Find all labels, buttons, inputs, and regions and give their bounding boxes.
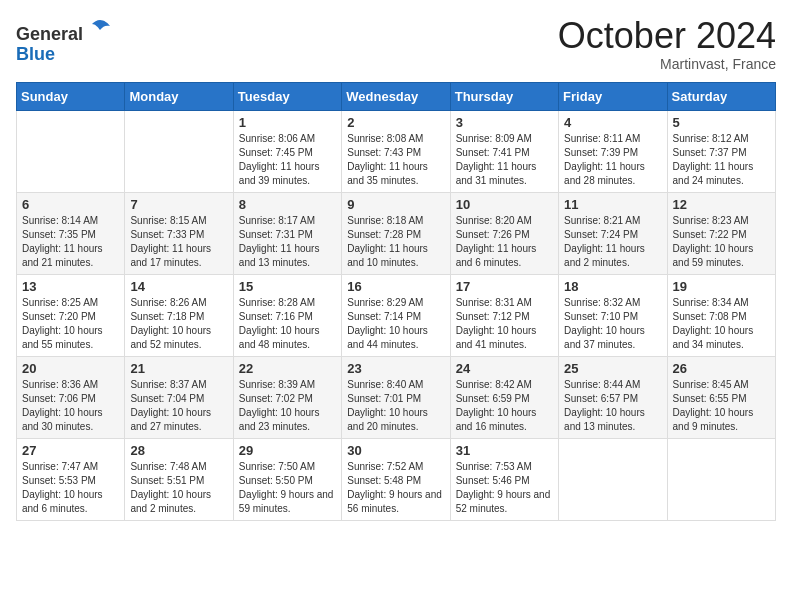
calendar-cell: 27Sunrise: 7:47 AMSunset: 5:53 PMDayligh… <box>17 438 125 520</box>
day-header-thursday: Thursday <box>450 82 558 110</box>
calendar-cell <box>17 110 125 192</box>
calendar-cell <box>559 438 667 520</box>
day-info: Sunrise: 8:32 AMSunset: 7:10 PMDaylight:… <box>564 296 661 352</box>
calendar-cell: 20Sunrise: 8:36 AMSunset: 7:06 PMDayligh… <box>17 356 125 438</box>
day-header-monday: Monday <box>125 82 233 110</box>
day-info: Sunrise: 8:45 AMSunset: 6:55 PMDaylight:… <box>673 378 770 434</box>
calendar-cell: 4Sunrise: 8:11 AMSunset: 7:39 PMDaylight… <box>559 110 667 192</box>
calendar-table: SundayMondayTuesdayWednesdayThursdayFrid… <box>16 82 776 521</box>
day-number: 12 <box>673 197 770 212</box>
calendar-cell: 9Sunrise: 8:18 AMSunset: 7:28 PMDaylight… <box>342 192 450 274</box>
day-header-tuesday: Tuesday <box>233 82 341 110</box>
logo-bird-icon <box>88 26 112 43</box>
day-number: 28 <box>130 443 227 458</box>
day-info: Sunrise: 7:50 AMSunset: 5:50 PMDaylight:… <box>239 460 336 516</box>
calendar-cell: 21Sunrise: 8:37 AMSunset: 7:04 PMDayligh… <box>125 356 233 438</box>
day-number: 22 <box>239 361 336 376</box>
calendar-week-3: 13Sunrise: 8:25 AMSunset: 7:20 PMDayligh… <box>17 274 776 356</box>
day-info: Sunrise: 8:21 AMSunset: 7:24 PMDaylight:… <box>564 214 661 270</box>
calendar-cell: 2Sunrise: 8:08 AMSunset: 7:43 PMDaylight… <box>342 110 450 192</box>
month-title: October 2024 <box>558 16 776 56</box>
calendar-cell: 31Sunrise: 7:53 AMSunset: 5:46 PMDayligh… <box>450 438 558 520</box>
day-number: 3 <box>456 115 553 130</box>
calendar-cell: 25Sunrise: 8:44 AMSunset: 6:57 PMDayligh… <box>559 356 667 438</box>
day-number: 30 <box>347 443 444 458</box>
calendar-cell: 18Sunrise: 8:32 AMSunset: 7:10 PMDayligh… <box>559 274 667 356</box>
day-number: 24 <box>456 361 553 376</box>
calendar-cell <box>667 438 775 520</box>
calendar-week-2: 6Sunrise: 8:14 AMSunset: 7:35 PMDaylight… <box>17 192 776 274</box>
calendar-cell: 10Sunrise: 8:20 AMSunset: 7:26 PMDayligh… <box>450 192 558 274</box>
calendar-cell: 11Sunrise: 8:21 AMSunset: 7:24 PMDayligh… <box>559 192 667 274</box>
day-number: 10 <box>456 197 553 212</box>
calendar-cell: 24Sunrise: 8:42 AMSunset: 6:59 PMDayligh… <box>450 356 558 438</box>
day-number: 9 <box>347 197 444 212</box>
calendar-cell: 7Sunrise: 8:15 AMSunset: 7:33 PMDaylight… <box>125 192 233 274</box>
day-header-wednesday: Wednesday <box>342 82 450 110</box>
calendar-cell: 28Sunrise: 7:48 AMSunset: 5:51 PMDayligh… <box>125 438 233 520</box>
day-info: Sunrise: 8:20 AMSunset: 7:26 PMDaylight:… <box>456 214 553 270</box>
day-number: 25 <box>564 361 661 376</box>
day-number: 5 <box>673 115 770 130</box>
day-info: Sunrise: 7:48 AMSunset: 5:51 PMDaylight:… <box>130 460 227 516</box>
day-info: Sunrise: 8:06 AMSunset: 7:45 PMDaylight:… <box>239 132 336 188</box>
calendar-cell: 3Sunrise: 8:09 AMSunset: 7:41 PMDaylight… <box>450 110 558 192</box>
calendar-cell: 14Sunrise: 8:26 AMSunset: 7:18 PMDayligh… <box>125 274 233 356</box>
day-info: Sunrise: 8:14 AMSunset: 7:35 PMDaylight:… <box>22 214 119 270</box>
day-info: Sunrise: 8:09 AMSunset: 7:41 PMDaylight:… <box>456 132 553 188</box>
calendar-cell: 15Sunrise: 8:28 AMSunset: 7:16 PMDayligh… <box>233 274 341 356</box>
day-number: 29 <box>239 443 336 458</box>
day-info: Sunrise: 8:44 AMSunset: 6:57 PMDaylight:… <box>564 378 661 434</box>
day-header-saturday: Saturday <box>667 82 775 110</box>
day-info: Sunrise: 8:15 AMSunset: 7:33 PMDaylight:… <box>130 214 227 270</box>
calendar-cell: 17Sunrise: 8:31 AMSunset: 7:12 PMDayligh… <box>450 274 558 356</box>
calendar-cell: 1Sunrise: 8:06 AMSunset: 7:45 PMDaylight… <box>233 110 341 192</box>
day-info: Sunrise: 8:42 AMSunset: 6:59 PMDaylight:… <box>456 378 553 434</box>
calendar-cell: 12Sunrise: 8:23 AMSunset: 7:22 PMDayligh… <box>667 192 775 274</box>
day-info: Sunrise: 8:17 AMSunset: 7:31 PMDaylight:… <box>239 214 336 270</box>
calendar-cell: 16Sunrise: 8:29 AMSunset: 7:14 PMDayligh… <box>342 274 450 356</box>
day-number: 6 <box>22 197 119 212</box>
day-info: Sunrise: 8:12 AMSunset: 7:37 PMDaylight:… <box>673 132 770 188</box>
day-header-friday: Friday <box>559 82 667 110</box>
day-number: 27 <box>22 443 119 458</box>
day-info: Sunrise: 7:53 AMSunset: 5:46 PMDaylight:… <box>456 460 553 516</box>
day-info: Sunrise: 8:36 AMSunset: 7:06 PMDaylight:… <box>22 378 119 434</box>
logo-line1: General <box>16 16 112 45</box>
day-number: 11 <box>564 197 661 212</box>
calendar-cell <box>125 110 233 192</box>
day-info: Sunrise: 8:29 AMSunset: 7:14 PMDaylight:… <box>347 296 444 352</box>
day-info: Sunrise: 8:34 AMSunset: 7:08 PMDaylight:… <box>673 296 770 352</box>
day-info: Sunrise: 8:26 AMSunset: 7:18 PMDaylight:… <box>130 296 227 352</box>
calendar-week-1: 1Sunrise: 8:06 AMSunset: 7:45 PMDaylight… <box>17 110 776 192</box>
day-number: 7 <box>130 197 227 212</box>
day-number: 31 <box>456 443 553 458</box>
title-area: October 2024 Martinvast, France <box>558 16 776 72</box>
calendar-cell: 19Sunrise: 8:34 AMSunset: 7:08 PMDayligh… <box>667 274 775 356</box>
day-number: 17 <box>456 279 553 294</box>
day-number: 18 <box>564 279 661 294</box>
day-number: 20 <box>22 361 119 376</box>
calendar-cell: 23Sunrise: 8:40 AMSunset: 7:01 PMDayligh… <box>342 356 450 438</box>
calendar-cell: 5Sunrise: 8:12 AMSunset: 7:37 PMDaylight… <box>667 110 775 192</box>
day-number: 8 <box>239 197 336 212</box>
header: General Blue October 2024 Martinvast, Fr… <box>16 16 776 72</box>
day-info: Sunrise: 8:40 AMSunset: 7:01 PMDaylight:… <box>347 378 444 434</box>
calendar-cell: 29Sunrise: 7:50 AMSunset: 5:50 PMDayligh… <box>233 438 341 520</box>
calendar-cell: 30Sunrise: 7:52 AMSunset: 5:48 PMDayligh… <box>342 438 450 520</box>
day-info: Sunrise: 8:37 AMSunset: 7:04 PMDaylight:… <box>130 378 227 434</box>
day-number: 19 <box>673 279 770 294</box>
calendar-header-row: SundayMondayTuesdayWednesdayThursdayFrid… <box>17 82 776 110</box>
day-info: Sunrise: 7:52 AMSunset: 5:48 PMDaylight:… <box>347 460 444 516</box>
day-info: Sunrise: 8:18 AMSunset: 7:28 PMDaylight:… <box>347 214 444 270</box>
day-number: 1 <box>239 115 336 130</box>
day-number: 26 <box>673 361 770 376</box>
location: Martinvast, France <box>558 56 776 72</box>
day-number: 23 <box>347 361 444 376</box>
day-info: Sunrise: 7:47 AMSunset: 5:53 PMDaylight:… <box>22 460 119 516</box>
calendar-cell: 8Sunrise: 8:17 AMSunset: 7:31 PMDaylight… <box>233 192 341 274</box>
day-number: 15 <box>239 279 336 294</box>
day-number: 14 <box>130 279 227 294</box>
calendar-cell: 13Sunrise: 8:25 AMSunset: 7:20 PMDayligh… <box>17 274 125 356</box>
day-info: Sunrise: 8:31 AMSunset: 7:12 PMDaylight:… <box>456 296 553 352</box>
